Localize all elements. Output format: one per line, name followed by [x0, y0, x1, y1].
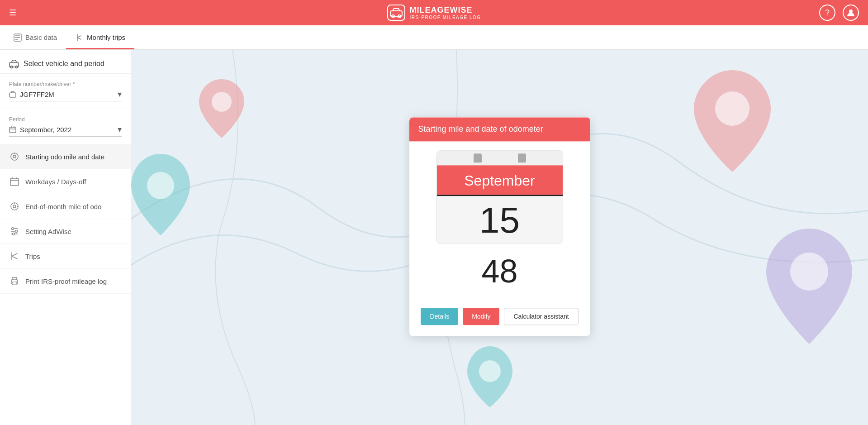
svg-point-17 [13, 155, 16, 158]
sidebar-item-starting-odo[interactable]: Starting odo mile and date [0, 144, 131, 169]
sidebar-item-end-month-odo-label: End-of-month mile of odo [25, 203, 101, 210]
svg-point-30 [12, 228, 14, 230]
period-field-label: Period [9, 116, 122, 123]
sidebar-item-trips[interactable]: Trips [0, 244, 131, 269]
user-button[interactable] [843, 5, 859, 21]
calendar-day: 15 [437, 196, 563, 243]
svg-point-31 [15, 230, 18, 233]
period-section: Period September, 2022 ▾ [0, 109, 131, 144]
hamburger-icon[interactable]: ☰ [9, 8, 16, 18]
brand-sub: IRS-PROOF MILEAGE LOG [409, 15, 481, 20]
cal-ring-right [518, 153, 526, 162]
sidebar-item-trips-label: Trips [25, 253, 40, 260]
calculator-button[interactable]: Calculator assistant [504, 308, 578, 325]
basic-data-icon [14, 33, 22, 42]
print-icon [9, 276, 20, 286]
map-pin-teal-bc [463, 342, 517, 411]
logo-icon [389, 8, 402, 18]
vehicle-underline [9, 101, 122, 101]
odo-value: 48 [418, 253, 581, 290]
monthly-trips-icon [75, 33, 83, 42]
help-button[interactable]: ? [819, 5, 835, 21]
main-layout: Select vehicle and period Plate number/m… [0, 50, 868, 425]
user-icon [847, 9, 855, 17]
header: ☰ MILEAGEWISE IRS-PROOF MILEAGE LOG ? [0, 0, 868, 25]
map-pin-pink-tl [194, 77, 249, 142]
trips-icon [9, 251, 20, 261]
map-pin-purple-rb [759, 222, 859, 350]
vehicle-select[interactable]: JGF7FF2M ▾ [9, 89, 122, 99]
header-left: ☰ [9, 8, 16, 18]
svg-rect-34 [12, 282, 17, 285]
sidebar-item-workdays[interactable]: Workdays / Days-off [0, 169, 131, 194]
brand: MILEAGEWISE IRS-PROOF MILEAGE LOG [409, 5, 481, 20]
period-underline [9, 136, 122, 137]
sidebar-item-print-log[interactable]: Print IRS-proof mileage log [0, 269, 131, 294]
svg-point-24 [13, 205, 16, 208]
calendar-icon [9, 126, 16, 133]
header-center: MILEAGEWISE IRS-PROOF MILEAGE LOG [387, 5, 481, 21]
svg-rect-11 [9, 93, 16, 97]
sidebar-item-end-month-odo[interactable]: End-of-month mile of odo [0, 194, 131, 219]
tab-monthly-trips[interactable]: Monthly trips [66, 25, 134, 49]
vehicle-dropdown-arrow[interactable]: ▾ [118, 89, 122, 99]
tab-monthly-trips-label: Monthly trips [87, 33, 125, 41]
period-dropdown-arrow[interactable]: ▾ [118, 124, 122, 134]
header-right: ? [819, 5, 859, 21]
vehicle-value: JGF7FF2M [20, 91, 114, 98]
sidebar-item-workdays-label: Workdays / Days-off [25, 178, 86, 186]
vehicle-field-label: Plate number/make/driver * [9, 81, 122, 87]
sidebar: Select vehicle and period Plate number/m… [0, 50, 131, 425]
tab-basic-data-label: Basic data [25, 33, 57, 41]
odo-start-icon [9, 152, 20, 162]
details-button[interactable]: Details [421, 308, 458, 325]
adwise-icon [9, 226, 20, 236]
calendar-widget: September 15 [436, 150, 563, 244]
sidebar-item-starting-odo-label: Starting odo mile and date [25, 153, 104, 161]
sidebar-item-print-log-label: Print IRS-proof mileage log [25, 277, 107, 285]
svg-point-39 [715, 91, 749, 126]
workdays-icon [9, 177, 20, 186]
brand-name: MILEAGEWISE [409, 5, 481, 15]
svg-rect-19 [10, 178, 19, 186]
briefcase-icon [9, 91, 16, 98]
odo-end-icon [9, 201, 20, 211]
vehicle-section: Plate number/make/driver * JGF7FF2M ▾ [0, 74, 131, 109]
cal-ring-left [474, 153, 482, 162]
card-header: Starting mile and date of odometer [409, 117, 590, 141]
svg-point-32 [13, 233, 15, 235]
modify-button[interactable]: Modify [463, 308, 499, 325]
period-value: September, 2022 [20, 126, 114, 134]
sidebar-item-setting-adwise[interactable]: Setting AdWise [0, 219, 131, 244]
sidebar-section-header: Select vehicle and period [0, 50, 131, 74]
calendar-rings [437, 151, 563, 165]
svg-point-36 [212, 92, 232, 112]
car-icon [9, 59, 19, 69]
map-pin-pink-tr [687, 63, 778, 178]
calendar-month: September [437, 165, 563, 195]
tabs-bar: Basic data Monthly trips [0, 25, 868, 50]
card-body: September 15 48 [409, 141, 590, 308]
tab-basic-data[interactable]: Basic data [5, 25, 66, 49]
map-pin-teal-l [131, 149, 194, 242]
svg-point-35 [17, 281, 18, 282]
sidebar-section-label: Select vehicle and period [24, 60, 104, 68]
sidebar-item-setting-adwise-label: Setting AdWise [25, 228, 71, 235]
svg-point-3 [849, 10, 853, 13]
map-area: Starting mile and date of odometer Septe… [131, 50, 868, 425]
svg-point-40 [479, 360, 501, 382]
svg-point-38 [790, 253, 828, 291]
logo-box [387, 5, 405, 21]
card-actions: Details Modify Calculator assistant [409, 308, 590, 336]
svg-rect-12 [9, 127, 16, 133]
card-title: Starting mile and date of odometer [418, 124, 581, 134]
svg-point-37 [147, 172, 174, 199]
period-select[interactable]: September, 2022 ▾ [9, 124, 122, 134]
odo-card: Starting mile and date of odometer Septe… [409, 117, 590, 336]
